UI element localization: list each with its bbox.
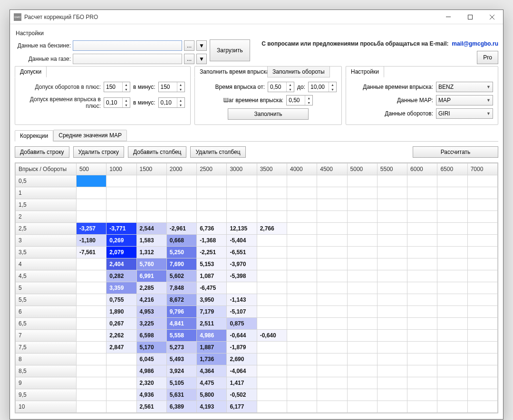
grid-cell[interactable] (257, 365, 287, 377)
grid-cell[interactable]: 5,273 (166, 342, 196, 353)
grid-cell[interactable]: 5,602 (166, 270, 196, 282)
grid-cell[interactable] (437, 258, 467, 270)
grid-row-header[interactable]: 0,5 (16, 175, 77, 187)
grid-cell[interactable] (407, 282, 437, 294)
grid-cell[interactable] (407, 175, 437, 187)
grid-row-header[interactable]: 3 (16, 235, 77, 247)
grid-cell[interactable]: 2,079 (106, 247, 136, 258)
grid-cell[interactable]: 2,544 (136, 223, 166, 235)
grid-cell[interactable]: -3,257 (77, 223, 106, 235)
benzine-input[interactable] (73, 40, 182, 51)
grid-row-header[interactable]: 10 (16, 401, 77, 413)
grid-cell[interactable] (317, 247, 347, 258)
grid-cell[interactable] (437, 401, 467, 413)
grid-cell[interactable] (77, 401, 106, 413)
grid-cell[interactable]: 12,135 (227, 223, 257, 235)
rpm-plus-spinner[interactable]: ▲▼ (104, 82, 130, 92)
inj-plus-spinner[interactable]: ▲▼ (104, 97, 130, 108)
correction-grid[interactable]: Впрыск / Обороты500100015002000250030003… (15, 162, 498, 413)
grid-cell[interactable]: 3,225 (136, 318, 166, 330)
grid-cell[interactable]: 4,986 (197, 330, 227, 342)
grid-cell[interactable] (437, 223, 467, 235)
grid-col-header[interactable]: 6500 (437, 163, 467, 175)
grid-cell[interactable] (437, 389, 467, 401)
inj-minus-spinner[interactable]: ▲▼ (158, 97, 185, 108)
grid-col-header[interactable]: 5000 (347, 163, 377, 175)
grid-cell[interactable]: 5,250 (166, 247, 196, 258)
grid-cell[interactable] (77, 270, 106, 282)
grid-cell[interactable] (317, 175, 347, 187)
grid-cell[interactable]: 3,950 (197, 294, 227, 306)
grid-row-header[interactable]: 8 (16, 353, 77, 365)
grid-cell[interactable]: 7,690 (166, 258, 196, 270)
grid-cell[interactable]: 1,087 (197, 270, 227, 282)
grid-cell[interactable] (347, 199, 377, 211)
grid-cell[interactable] (166, 199, 196, 211)
grid-cell[interactable] (467, 235, 497, 247)
grid-cell[interactable]: 6,045 (136, 353, 166, 365)
grid-cell[interactable] (407, 211, 437, 223)
grid-cell[interactable] (287, 401, 317, 413)
grid-cell[interactable] (77, 353, 106, 365)
grid-cell[interactable] (106, 211, 136, 223)
grid-cell[interactable]: -5,398 (227, 270, 257, 282)
grid-cell[interactable]: -6,475 (197, 282, 227, 294)
gas-input[interactable] (73, 54, 182, 64)
gas-dropdown-button[interactable]: ▼ (196, 54, 207, 64)
fill-rpm-tab[interactable]: Заполнить обороты (267, 66, 330, 77)
grid-row-header[interactable]: 5,5 (16, 294, 77, 306)
grid-cell[interactable] (347, 282, 377, 294)
grid-cell[interactable] (317, 318, 347, 330)
grid-cell[interactable]: -2,251 (197, 247, 227, 258)
grid-cell[interactable] (77, 294, 106, 306)
grid-cell[interactable] (377, 389, 407, 401)
grid-cell[interactable]: 5,153 (197, 258, 227, 270)
grid-cell[interactable] (77, 199, 106, 211)
grid-cell[interactable] (287, 235, 317, 247)
grid-cell[interactable] (166, 211, 196, 223)
grid-col-header[interactable]: 4000 (287, 163, 317, 175)
grid-cell[interactable] (317, 401, 347, 413)
grid-row-header[interactable]: 9 (16, 377, 77, 389)
grid-cell[interactable]: 5,170 (136, 342, 166, 353)
grid-cell[interactable] (166, 175, 196, 187)
grid-cell[interactable]: 2,766 (257, 223, 287, 235)
grid-cell[interactable] (257, 235, 287, 247)
grid-cell[interactable] (467, 365, 497, 377)
grid-col-header[interactable]: 500 (77, 163, 106, 175)
grid-cell[interactable] (257, 294, 287, 306)
grid-row-header[interactable]: 4 (16, 258, 77, 270)
grid-cell[interactable] (197, 175, 227, 187)
grid-cell[interactable] (407, 247, 437, 258)
grid-cell[interactable] (347, 401, 377, 413)
grid-cell[interactable] (257, 211, 287, 223)
grid-cell[interactable] (437, 377, 467, 389)
grid-cell[interactable] (467, 294, 497, 306)
grid-cell[interactable] (287, 199, 317, 211)
grid-row-header[interactable]: 3,5 (16, 247, 77, 258)
grid-cell[interactable]: 4,216 (136, 294, 166, 306)
gas-browse-button[interactable]: ... (184, 54, 194, 64)
grid-cell[interactable]: 4,986 (136, 365, 166, 377)
grid-cell[interactable] (77, 318, 106, 330)
grid-cell[interactable] (467, 247, 497, 258)
grid-col-header[interactable]: 1000 (106, 163, 136, 175)
grid-cell[interactable]: 0,875 (227, 318, 257, 330)
grid-cell[interactable] (317, 389, 347, 401)
grid-cell[interactable] (77, 282, 106, 294)
grid-cell[interactable] (347, 389, 377, 401)
grid-cell[interactable] (287, 377, 317, 389)
grid-cell[interactable] (257, 318, 287, 330)
grid-row-header[interactable]: 1,5 (16, 199, 77, 211)
grid-cell[interactable] (77, 365, 106, 377)
grid-cell[interactable] (467, 389, 497, 401)
grid-col-header[interactable]: 3500 (257, 163, 287, 175)
grid-cell[interactable] (377, 247, 407, 258)
fill-button[interactable]: Заполнить (228, 108, 309, 120)
tab-avg-map[interactable]: Средние значения MAP (53, 130, 127, 141)
grid-cell[interactable] (136, 199, 166, 211)
add-row-button[interactable]: Добавить строку (15, 146, 69, 158)
grid-cell[interactable] (287, 330, 317, 342)
grid-cell[interactable] (77, 258, 106, 270)
grid-cell[interactable]: 4,475 (197, 377, 227, 389)
